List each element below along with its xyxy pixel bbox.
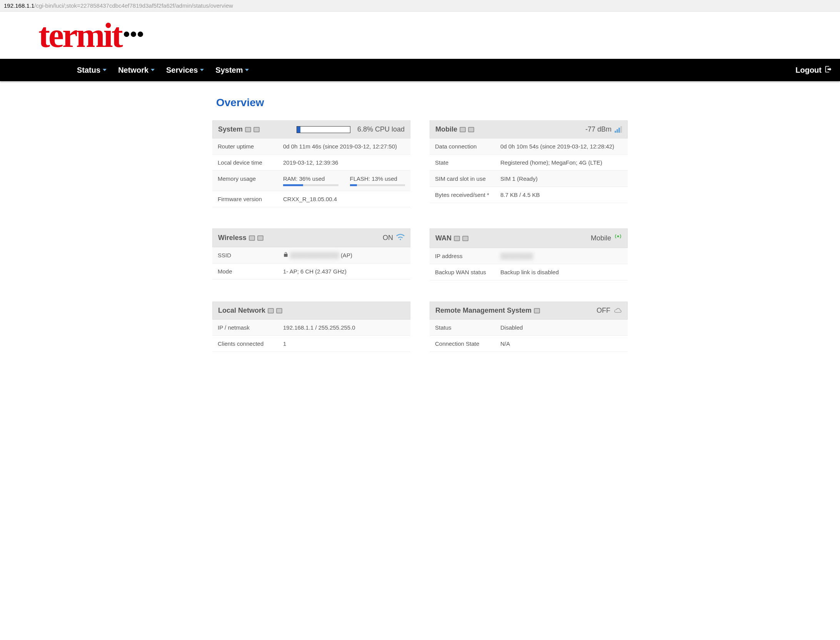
wireless-status: ON: [383, 234, 393, 242]
panel-title-mobile: Mobile: [435, 125, 457, 133]
antenna-icon: [614, 233, 622, 243]
info-icon[interactable]: [249, 235, 255, 241]
gear-icon[interactable]: [534, 308, 540, 313]
table-row: Data connection0d 0h 10m 54s (since 2019…: [430, 138, 628, 155]
panel-wan: WAN Mobile IP address████████ Backup WAN…: [430, 228, 628, 280]
table-row: IP address████████: [430, 248, 628, 264]
gear-icon[interactable]: [468, 127, 474, 132]
cpu-load-text: 6.8% CPU load: [357, 125, 405, 133]
chevron-down-icon: [151, 69, 155, 71]
gear-icon[interactable]: [253, 127, 260, 132]
svg-point-0: [617, 235, 619, 237]
logout-button[interactable]: Logout: [795, 65, 832, 75]
logo-text: termit: [38, 15, 122, 55]
nav-system[interactable]: System: [215, 66, 249, 75]
table-row: Connection StateN/A: [430, 336, 628, 352]
chevron-down-icon: [200, 69, 204, 71]
panel-title-rms: Remote Management System: [435, 307, 532, 315]
table-row: Mode1- AP; 6 CH (2.437 GHz): [212, 263, 410, 280]
logo-dots: [123, 32, 144, 38]
panel-lan: Local Network IP / netmask192.168.1.1 / …: [212, 302, 410, 352]
table-row: Firmware versionCRXX_R_18.05.00.4: [212, 191, 410, 207]
gear-icon[interactable]: [257, 235, 263, 241]
table-row: Router uptime0d 0h 11m 46s (since 2019-0…: [212, 138, 410, 155]
logout-icon: [825, 65, 832, 75]
panel-title-lan: Local Network: [218, 307, 265, 315]
table-row: Bytes received/sent *8.7 KB / 4.5 KB: [430, 187, 628, 203]
url-path: /cgi-bin/luci/;stok=227858437cdbc4ef7819…: [34, 2, 233, 9]
url-host: 192.168.1.1: [4, 2, 34, 9]
ssid-suffix: (AP): [341, 252, 352, 258]
table-row: Local device time2019-03-12, 12:39:36: [212, 155, 410, 171]
signal-icon: [615, 126, 622, 133]
flash-text: FLASH: 13% used: [350, 175, 397, 182]
rms-status: OFF: [597, 307, 610, 315]
nav-network[interactable]: Network: [118, 66, 155, 75]
ssid-hidden: ████████████: [290, 252, 339, 258]
wan-status: Mobile: [591, 234, 611, 242]
ip-hidden: ████████: [500, 253, 533, 259]
nav-status[interactable]: Status: [77, 66, 107, 75]
panel-title-wireless: Wireless: [218, 234, 247, 242]
table-row: Backup WAN statusBackup link is disabled: [430, 264, 628, 280]
table-row: Clients connected1: [212, 336, 410, 352]
main-nav: Status Network Services System Logout: [0, 59, 840, 81]
chevron-down-icon: [245, 69, 249, 71]
brand-header: termit: [0, 12, 840, 59]
table-row: StateRegistered (home); MegaFon; 4G (LTE…: [430, 155, 628, 171]
lock-icon: [283, 252, 288, 258]
table-row: IP / netmask192.168.1.1 / 255.255.255.0: [212, 320, 410, 336]
panel-wireless: Wireless ON SSID ████████████ (AP): [212, 228, 410, 280]
signal-dbm: -77 dBm: [585, 125, 612, 133]
panel-title-system: System: [218, 125, 243, 133]
cloud-icon: [613, 307, 622, 315]
logo: termit: [38, 15, 144, 55]
page-title: Overview: [212, 97, 628, 109]
info-icon[interactable]: [245, 127, 251, 132]
browser-url-bar[interactable]: 192.168.1.1/cgi-bin/luci/;stok=227858437…: [0, 0, 840, 12]
panel-title-wan: WAN: [435, 234, 452, 242]
chevron-down-icon: [103, 69, 107, 71]
wifi-icon: [396, 233, 405, 242]
info-icon[interactable]: [268, 308, 274, 313]
gear-icon[interactable]: [276, 308, 282, 313]
table-row: SIM card slot in useSIM 1 (Ready): [430, 171, 628, 187]
panel-mobile: Mobile -77 dBm Data connection0d 0h 10m …: [430, 120, 628, 207]
table-row: SSID ████████████ (AP): [212, 247, 410, 263]
panel-rms: Remote Management System OFF StatusDisab…: [430, 302, 628, 352]
table-row: StatusDisabled: [430, 320, 628, 336]
gear-icon[interactable]: [462, 236, 468, 241]
nav-services[interactable]: Services: [166, 66, 204, 75]
ram-text: RAM: 36% used: [283, 175, 325, 182]
info-icon[interactable]: [460, 127, 466, 132]
table-row: Memory usage RAM: 36% used FLASH: 13% us…: [212, 171, 410, 191]
cpu-load-bar: [297, 126, 350, 133]
panel-system: System 6.8% CPU load Router uptime0d 0h …: [212, 120, 410, 207]
info-icon[interactable]: [454, 236, 460, 241]
